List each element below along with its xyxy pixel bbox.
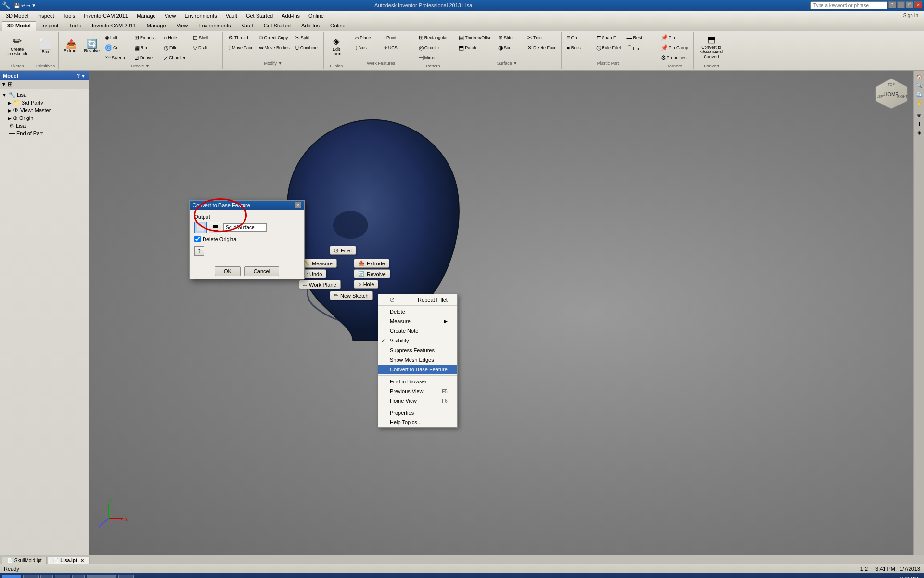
float-fillet-button[interactable]: ◷ Fillet <box>330 246 356 255</box>
derive-button[interactable]: ⊿Derive <box>132 53 161 63</box>
taskbar-clock[interactable]: 3:41 PM 1/7/2013 <box>899 576 922 578</box>
tab-view[interactable]: View <box>171 21 193 31</box>
float-hole-button[interactable]: ○ Hole <box>354 280 378 289</box>
nav-look-icon[interactable]: 👁 <box>916 112 923 119</box>
circular-button[interactable]: ◎Circular <box>416 43 445 53</box>
rectangular-button[interactable]: ⊞Rectangular <box>416 33 450 42</box>
sidebar-collapse-icon[interactable]: ▼ <box>81 73 86 79</box>
ctx-delete[interactable]: Delete <box>378 307 457 316</box>
dialog-ok-button[interactable]: OK <box>215 266 241 276</box>
convert-sheetmetal-button[interactable]: ⬒ Convert toSheet MetalConvert <box>697 33 726 61</box>
emboss-button[interactable]: ⊞Emboss <box>132 33 161 42</box>
ctx-properties[interactable]: Properties <box>378 408 457 418</box>
sidebar-expand-icon[interactable]: ⊞ <box>8 81 13 88</box>
signin-label[interactable]: Sign In <box>899 13 922 18</box>
pin-button[interactable]: 📌Pin <box>658 33 687 42</box>
float-workplane-button[interactable]: ▱ Work Plane <box>299 280 341 289</box>
thicken-button[interactable]: ▤Thicken/Offset <box>456 33 495 42</box>
tree-item-origin[interactable]: ▶ ⊕ Origin <box>2 114 87 122</box>
edit-form-button[interactable]: ◈ EditForm <box>327 33 346 60</box>
tab-inventorcam[interactable]: InventorCAM 2011 <box>87 21 141 31</box>
ctx-visibility[interactable]: ✓ Visibility <box>378 336 457 345</box>
extrude-button[interactable]: 📤 Extrude <box>62 33 81 60</box>
menu-tools[interactable]: Tools <box>59 12 79 20</box>
tree-item-viewmaster[interactable]: ▶ 👁 View: Master <box>2 106 87 114</box>
tab-inspect[interactable]: Inspect <box>36 21 64 31</box>
menu-addins[interactable]: Add-Ins <box>278 12 304 20</box>
dialog-help-btn[interactable]: ? <box>194 246 204 256</box>
pin-group-button[interactable]: 📌Pin Group <box>658 43 691 53</box>
ctx-help-topics[interactable]: Help Topics... <box>378 418 457 427</box>
rib-button[interactable]: ▦Rib <box>132 43 161 53</box>
float-newsketch-button[interactable]: ✏ New Sketch <box>330 291 373 300</box>
rest-button[interactable]: ▬Rest <box>624 33 653 42</box>
tree-item-3rdparty[interactable]: ▶ 📁 3rd Party <box>2 99 87 106</box>
mirror-button[interactable]: ⊣Mirror <box>416 53 445 63</box>
ctx-find-browser[interactable]: Find in Browser <box>378 377 457 386</box>
thread-button[interactable]: ⚙Thread <box>226 33 255 42</box>
nav-walk-icon[interactable]: ⬆ <box>916 120 922 128</box>
draft-button[interactable]: ▽Draft <box>191 43 219 53</box>
nav-orbit-icon[interactable]: 🔄 <box>915 91 923 98</box>
menu-3dmodel[interactable]: 3D Model <box>2 12 32 20</box>
nav-cube[interactable]: HOME TOP RIGHT LEFT <box>873 76 910 112</box>
help-icon[interactable]: ? <box>888 1 896 8</box>
start-button[interactable]: ⊞ <box>2 575 21 578</box>
tree-item-endofpart[interactable]: — End of Part <box>2 130 87 137</box>
float-extrude-button[interactable]: 📤 Extrude <box>354 259 389 268</box>
nav-pan-icon[interactable]: ✋ <box>915 99 923 106</box>
shell-button[interactable]: ◻Shell <box>191 33 219 42</box>
ctx-measure[interactable]: Measure ▶ <box>378 316 457 326</box>
close-button[interactable]: ✕ <box>914 1 922 8</box>
maximize-button[interactable]: □ <box>906 1 913 8</box>
sweep-button[interactable]: 〰Sweep <box>103 53 131 63</box>
lip-button[interactable]: ⌒Lip <box>624 43 653 54</box>
move-bodies-button[interactable]: ⇔Move Bodies <box>257 43 292 53</box>
point-button[interactable]: ·Point <box>382 33 411 42</box>
sidebar-filter-icon[interactable]: ▼ <box>1 81 7 88</box>
viewport[interactable]: HOME TOP RIGHT LEFT X Y Z ◷ Fillet 📏 Me <box>89 71 924 555</box>
sculpt-button[interactable]: ◑Sculpt <box>496 43 525 53</box>
minimize-button[interactable]: ─ <box>897 1 905 8</box>
hole-button[interactable]: ○Hole <box>161 33 190 42</box>
tree-item-lisa[interactable]: ⚙ Lisa <box>2 122 87 130</box>
tab-addins[interactable]: Add-Ins <box>296 21 325 31</box>
dialog-delete-checkbox[interactable] <box>194 236 201 242</box>
menu-environments[interactable]: Environments <box>180 12 220 20</box>
nav-home-icon[interactable]: 🏠 <box>915 73 923 80</box>
chamfer-button[interactable]: ◸Chamfer <box>161 53 190 63</box>
patch-button[interactable]: ⬒Patch <box>456 43 485 53</box>
snapfit-button[interactable]: ⊏Snap Fit <box>594 33 623 42</box>
move-face-button[interactable]: ↕Move Face <box>226 43 256 53</box>
menu-online[interactable]: Online <box>305 12 328 20</box>
dialog-close-button[interactable]: ✕ <box>295 202 301 208</box>
menu-view[interactable]: View <box>161 12 180 20</box>
ctx-repeat-fillet[interactable]: ◷ Repeat Fillet <box>378 294 457 304</box>
ctx-prev-view[interactable]: Previous View F5 <box>378 386 457 396</box>
sidebar-help-icon[interactable]: ? <box>77 73 80 79</box>
ctx-convert-base-feature[interactable]: Convert to Base Feature <box>378 365 457 374</box>
taskbar-chrome[interactable]: ● <box>40 575 53 578</box>
tab-getstarted[interactable]: Get Started <box>258 21 296 31</box>
trim-button[interactable]: ✂Trim <box>525 33 554 42</box>
ctx-mesh-edges[interactable]: Show Mesh Edges <box>378 355 457 365</box>
boss-button[interactable]: ●Boss <box>565 43 593 53</box>
taskbar-photoshop[interactable]: Ps <box>118 575 134 578</box>
revolve-button[interactable]: 🔄 Revolve <box>82 33 103 60</box>
dialog-surface-btn[interactable]: ⬒ <box>209 222 221 233</box>
ctx-home-view[interactable]: Home View F6 <box>378 396 457 406</box>
tab-vault[interactable]: Vault <box>236 21 258 31</box>
menu-getstarted[interactable]: Get Started <box>242 12 277 20</box>
tree-item-lisa-root[interactable]: ▼ 🔧 Lisa <box>2 91 87 99</box>
tab-lisa-close[interactable]: ✕ <box>80 558 84 563</box>
tab-online[interactable]: Online <box>325 21 351 31</box>
ctx-create-note[interactable]: Create Note <box>378 326 457 336</box>
combine-button[interactable]: ∪Combine <box>293 43 321 53</box>
delete-face-button[interactable]: ✕Delete Face <box>525 43 559 53</box>
grill-button[interactable]: ≡Grill <box>565 33 593 42</box>
harness-properties-button[interactable]: ⚙Properties <box>658 53 689 63</box>
tab-manage[interactable]: Manage <box>141 21 171 31</box>
taskbar-firefox[interactable]: 🦊 <box>55 575 70 578</box>
tab-skullmold[interactable]: 📄 SkullMold.ipt <box>2 557 47 564</box>
nav-full-nav-icon[interactable]: ◈ <box>916 129 922 136</box>
